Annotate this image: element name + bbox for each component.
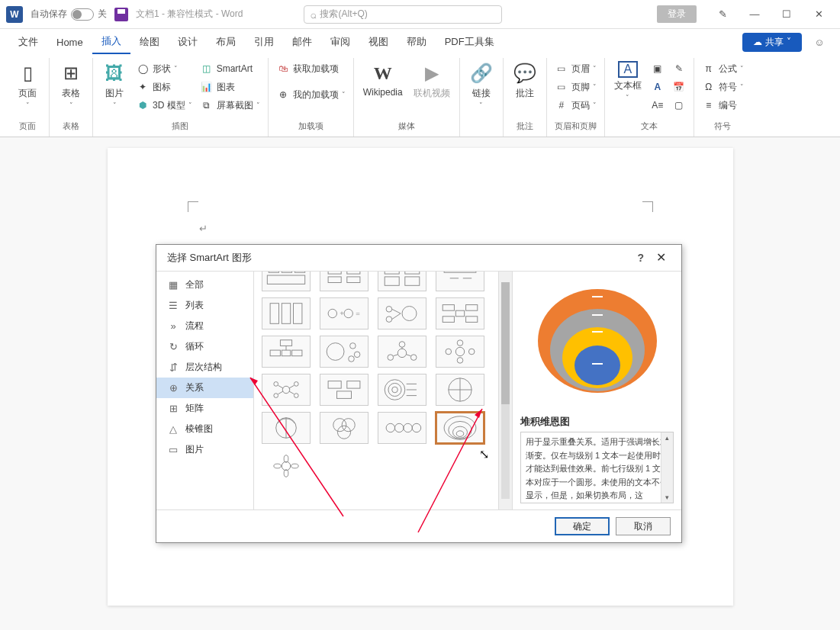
thumb-r2c4[interactable] xyxy=(436,336,484,368)
ribbon-display-icon[interactable]: ✎ xyxy=(707,3,738,26)
dialog-titlebar[interactable]: 选择 SmartArt 图形 ? ✕ xyxy=(156,245,681,271)
share-button[interactable]: ☁ 共享 ˅ xyxy=(742,33,802,52)
thumb-r1c2[interactable]: += xyxy=(320,297,369,329)
my-addins-button[interactable]: ⊕我的加载项 xyxy=(275,85,347,104)
thumb-r0c4[interactable] xyxy=(436,272,484,291)
matrix-icon: ⊞ xyxy=(167,403,179,415)
search-input[interactable]: 搜索(Alt+Q) xyxy=(304,5,502,24)
thumb-r4c3[interactable] xyxy=(378,412,426,444)
thumb-r2c3[interactable] xyxy=(378,336,426,368)
cat-list[interactable]: ☰列表 xyxy=(156,295,253,316)
footer-button[interactable]: ▭页脚 xyxy=(553,78,598,96)
textbox-button[interactable]: A文本框 xyxy=(611,59,645,103)
cat-picture[interactable]: ▭图片 xyxy=(156,439,253,460)
sig-button[interactable]: ✎ xyxy=(671,59,687,78)
thumb-stacked-venn[interactable] xyxy=(436,412,484,444)
thumb-r4c1[interactable] xyxy=(262,412,311,444)
cat-matrix[interactable]: ⊞矩阵 xyxy=(156,398,253,419)
shapes-button[interactable]: ◯形状 xyxy=(134,59,194,78)
cat-relationship[interactable]: ⊕关系 xyxy=(156,378,253,398)
wordart-button[interactable]: A xyxy=(649,78,666,96)
tab-insert[interactable]: 插入 xyxy=(92,30,130,54)
thumb-r1c4[interactable] xyxy=(436,297,484,329)
object-button[interactable]: ▢ xyxy=(671,96,687,114)
autosave-toggle[interactable]: 自动保存 关 xyxy=(31,8,107,21)
login-button[interactable]: 登录 xyxy=(657,5,697,23)
cat-cycle[interactable]: ↻循环 xyxy=(156,336,253,357)
thumb-r3c3[interactable] xyxy=(378,374,426,406)
tab-view[interactable]: 视图 xyxy=(359,31,397,53)
thumb-r3c2[interactable] xyxy=(320,374,369,406)
tab-draw[interactable]: 绘图 xyxy=(130,31,169,53)
header-button[interactable]: ▭页眉 xyxy=(553,59,598,78)
pages-button[interactable]: ▯页面 xyxy=(12,59,43,111)
svg-point-48 xyxy=(468,349,475,355)
equation-button[interactable]: π公式 xyxy=(700,59,745,78)
thumb-r3c4[interactable] xyxy=(436,374,484,406)
cat-process[interactable]: »流程 xyxy=(156,316,253,336)
tab-layout[interactable]: 布局 xyxy=(207,31,245,53)
equation-label: 公式 xyxy=(719,63,737,76)
svg-point-54 xyxy=(274,394,278,398)
dropcap-button[interactable]: A≡ xyxy=(649,96,666,114)
save-icon[interactable] xyxy=(114,8,128,21)
thumb-r4c2[interactable] xyxy=(320,412,369,444)
cat-hierarchy[interactable]: ⇵层次结构 xyxy=(156,357,253,378)
pagenum-button[interactable]: #页码 xyxy=(553,96,598,114)
number-button[interactable]: ≡编号 xyxy=(700,96,745,114)
screenshot-button[interactable]: ⧉屏幕截图 xyxy=(198,96,262,114)
dialog-close-button[interactable]: ✕ xyxy=(652,250,671,265)
thumb-r0c3[interactable] xyxy=(378,272,426,291)
tab-pdf[interactable]: PDF工具集 xyxy=(436,31,504,53)
symbol-button[interactable]: Ω符号 xyxy=(700,78,745,96)
wikipedia-button[interactable]: WWikipedia xyxy=(360,59,406,99)
video-button[interactable]: ▶联机视频 xyxy=(410,59,453,101)
tab-references[interactable]: 引用 xyxy=(245,31,283,53)
tab-home[interactable]: Home xyxy=(47,32,92,53)
thumb-r0c1[interactable] xyxy=(262,272,311,291)
comments-icon[interactable]: ☺ xyxy=(808,31,831,53)
tab-file[interactable]: 文件 xyxy=(9,31,47,53)
ok-button[interactable]: 确定 xyxy=(555,517,610,535)
tab-help[interactable]: 帮助 xyxy=(397,31,436,53)
link-button[interactable]: 🔗链接 xyxy=(466,59,497,111)
thumb-r2c2[interactable] xyxy=(320,336,369,368)
thumb-r2c1[interactable] xyxy=(262,336,311,368)
wikipedia-icon: W xyxy=(371,61,395,85)
tab-design[interactable]: 设计 xyxy=(169,31,207,53)
svg-rect-28 xyxy=(466,317,478,323)
group-links-label xyxy=(480,121,482,135)
comment-button[interactable]: 💬批注 xyxy=(510,59,540,101)
svg-point-40 xyxy=(388,355,394,361)
get-addins-button[interactable]: 🛍获取加载项 xyxy=(275,59,347,78)
minimize-button[interactable]: — xyxy=(739,3,770,26)
thumb-r1c1[interactable] xyxy=(262,297,311,329)
maximize-button[interactable]: ☐ xyxy=(771,3,802,26)
cat-pyramid[interactable]: △棱锥图 xyxy=(156,419,253,439)
tab-mail[interactable]: 邮件 xyxy=(283,31,321,53)
toggle-track xyxy=(71,8,94,21)
pictures-button[interactable]: 🖼图片 xyxy=(99,59,130,111)
cancel-button[interactable]: 取消 xyxy=(616,517,671,535)
tab-review[interactable]: 审阅 xyxy=(321,31,359,53)
icons-button[interactable]: ✦图标 xyxy=(134,78,194,96)
3dmodels-button[interactable]: ⬢3D 模型 xyxy=(134,96,194,114)
close-button[interactable]: ✕ xyxy=(803,3,834,26)
quickparts-button[interactable]: ▣ xyxy=(649,59,666,78)
gallery-scrollbar[interactable] xyxy=(498,272,512,509)
thumb-r5c1[interactable] xyxy=(262,450,311,482)
svg-point-41 xyxy=(410,355,417,361)
smartart-button[interactable]: ◫SmartArt xyxy=(198,59,262,78)
thumb-r3c1[interactable] xyxy=(262,374,311,406)
thumb-r1c3[interactable] xyxy=(378,297,426,329)
desc-scrollbar[interactable] xyxy=(661,432,673,503)
pictures-label: 图片 xyxy=(105,87,124,100)
date-button[interactable]: 📅 xyxy=(671,78,687,96)
chart-button[interactable]: 📊图表 xyxy=(198,78,262,96)
cat-all[interactable]: ▦全部 xyxy=(156,275,253,295)
table-button[interactable]: ⊞表格 xyxy=(56,59,86,111)
chart-icon: 📊 xyxy=(200,80,214,94)
help-button[interactable]: ? xyxy=(629,252,652,264)
svg-rect-10 xyxy=(385,277,399,285)
thumb-r0c2[interactable] xyxy=(320,272,369,291)
